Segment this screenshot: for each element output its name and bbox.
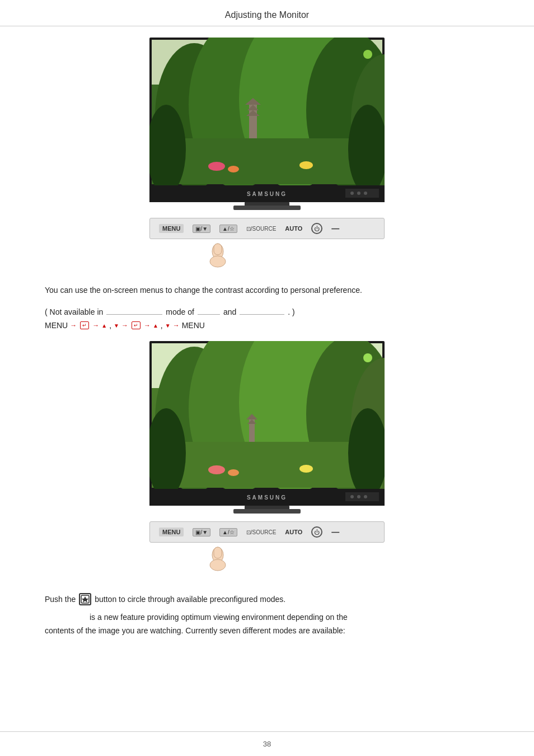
- ctrl-btn-1-label: ▣/▼: [195, 226, 208, 232]
- nav-arrow-3: →: [121, 321, 128, 329]
- hand-cursor-2: [203, 544, 233, 576]
- nav-menu-start: MENU: [45, 321, 68, 330]
- not-available-blank-3: [240, 314, 284, 315]
- bottom-text-indent-span: [45, 613, 90, 622]
- menu-label-2: MENU: [159, 528, 184, 536]
- menu-label-1: MENU: [159, 224, 184, 233]
- menu-navigation: MENU → ↵ → ▲ , ▼ → ↵ → ▲ , ▼ → MENU: [45, 321, 489, 330]
- ctrl-btn-3-label: ▣/▼: [195, 529, 208, 535]
- svg-point-17: [299, 161, 313, 169]
- ctrl-btn-3: ▣/▼: [193, 528, 210, 536]
- bottom-text-indent: is a new feature providing optimum viewi…: [45, 611, 489, 624]
- ctrl-btn-1: ▣/▼: [193, 225, 210, 233]
- svg-marker-60: [82, 596, 88, 603]
- not-available-blank-1: [106, 314, 162, 315]
- ctrl-btn-4-label: ▲/☆: [222, 529, 235, 535]
- nav-comma-1: ,: [109, 321, 111, 330]
- nav-down-1: ▼: [114, 323, 119, 329]
- ctrl-source-label-2: ⊡/SOURCE: [246, 529, 277, 535]
- ctrl-source-label-1: ⊡/SOURCE: [246, 226, 277, 232]
- page-container: Adjusting the Monitor: [0, 0, 534, 756]
- description-text-block: You can use the on-screen menus to chang…: [45, 284, 489, 296]
- nav-down-2: ▼: [165, 323, 171, 329]
- ctrl-btn-2-label: ▲/☆: [222, 226, 235, 232]
- svg-rect-29: [214, 244, 222, 255]
- page-footer: 38: [0, 731, 534, 756]
- svg-point-45: [228, 469, 239, 476]
- ctrl-power-2: ⏻: [311, 526, 322, 538]
- first-monitor-image: SAMSUNG: [149, 38, 385, 210]
- nav-comma-2: ,: [161, 321, 163, 330]
- ctrl-auto-2: AUTO: [285, 529, 302, 535]
- nav-menu-end: MENU: [182, 321, 205, 330]
- ctrl-btn-4: ▲/☆: [219, 528, 237, 536]
- ctrl-dash-1: —: [331, 224, 339, 233]
- nav-arrow-4: →: [144, 321, 151, 329]
- svg-point-53: [364, 495, 367, 498]
- not-available-middle: mode of: [166, 307, 194, 316]
- not-available-line: ( Not available in mode of and . ): [45, 307, 489, 316]
- ctrl-source-2: ⊡/SOURCE: [246, 529, 277, 535]
- nav-arrow-5: →: [173, 321, 180, 329]
- not-available-blank-2: [198, 314, 220, 315]
- push-button-section: Push the button to circle through availa…: [45, 593, 489, 605]
- push-button-suffix: button to circle through available preco…: [95, 595, 285, 604]
- magic-button-icon: [79, 593, 91, 605]
- svg-point-46: [299, 465, 313, 473]
- page-title: Adjusting the Monitor: [225, 10, 309, 20]
- content-area: SAMSUNG MENU ▣/▼ ▲/☆: [0, 38, 534, 638]
- svg-rect-55: [233, 509, 301, 514]
- nav-up-1: ▲: [101, 323, 107, 329]
- ctrl-auto-1: AUTO: [285, 225, 302, 232]
- svg-point-47: [363, 353, 372, 362]
- ctrl-dash-2: —: [331, 528, 339, 536]
- push-button-prefix: Push the: [45, 595, 76, 604]
- svg-rect-26: [233, 206, 301, 210]
- svg-point-15: [208, 162, 225, 171]
- second-control-panel-wrapper: MENU ▣/▼ ▲/☆ ⊡/SOURCE AUTO ⏻ —: [149, 521, 385, 576]
- not-available-and: and: [223, 307, 236, 316]
- description-text: You can use the on-screen menus to chang…: [45, 284, 489, 296]
- bottom-text-full: contents of the image you are watching. …: [45, 624, 489, 638]
- first-control-panel-wrapper: MENU ▣/▼ ▲/☆ ⊡/SOURCE AUTO ⏻ —: [149, 218, 385, 273]
- nav-up-2: ▲: [153, 323, 158, 329]
- page-number: 38: [263, 740, 271, 748]
- svg-text:SAMSUNG: SAMSUNG: [247, 191, 287, 197]
- svg-point-52: [357, 495, 360, 498]
- not-available-suffix: . ): [288, 307, 294, 316]
- svg-point-28: [210, 256, 226, 267]
- ctrl-power-1: ⏻: [311, 223, 322, 234]
- bottom-text-first: is a new feature providing optimum viewi…: [90, 613, 348, 622]
- second-monitor-image: SAMSUNG: [149, 341, 385, 514]
- svg-rect-38: [152, 442, 382, 488]
- hand-cursor-1: [203, 240, 233, 273]
- svg-point-18: [363, 50, 372, 59]
- nav-arrow-1: →: [70, 321, 77, 329]
- svg-point-22: [350, 192, 354, 195]
- svg-point-51: [350, 495, 354, 498]
- svg-rect-58: [214, 547, 222, 558]
- svg-text:SAMSUNG: SAMSUNG: [247, 494, 287, 501]
- page-header: Adjusting the Monitor: [0, 0, 534, 26]
- nav-enter-1: ↵: [80, 321, 89, 329]
- svg-point-24: [364, 192, 367, 195]
- svg-rect-8: [152, 138, 382, 184]
- nav-enter-2: ↵: [132, 321, 140, 329]
- not-available-prefix: ( Not available in: [45, 307, 103, 316]
- bottom-description: is a new feature providing optimum viewi…: [45, 611, 489, 638]
- ctrl-btn-2: ▲/☆: [219, 225, 237, 233]
- nav-arrow-2: →: [92, 321, 99, 329]
- svg-point-57: [210, 559, 226, 571]
- svg-point-23: [357, 192, 360, 195]
- ctrl-source-1: ⊡/SOURCE: [246, 226, 277, 232]
- svg-point-16: [228, 166, 239, 172]
- first-control-panel: MENU ▣/▼ ▲/☆ ⊡/SOURCE AUTO ⏻ —: [149, 218, 385, 239]
- svg-point-44: [208, 465, 225, 474]
- second-control-panel: MENU ▣/▼ ▲/☆ ⊡/SOURCE AUTO ⏻ —: [149, 521, 385, 543]
